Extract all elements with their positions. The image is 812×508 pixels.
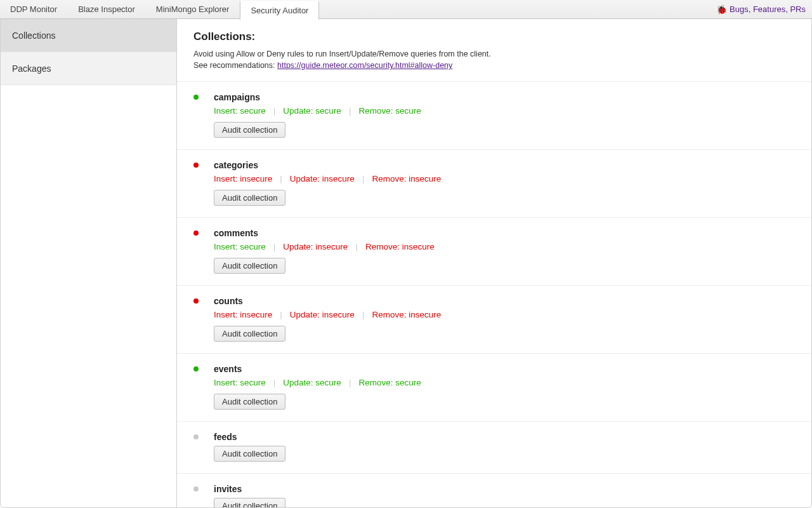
status-dot-icon <box>193 231 199 236</box>
status-separator: | <box>273 378 284 387</box>
collection-insert-status: Insert: insecure <box>214 310 280 319</box>
sidebar: CollectionsPackages <box>1 19 177 507</box>
status-separator: | <box>280 310 290 319</box>
main-panel: Collections: Avoid using Allow or Deny r… <box>177 19 811 507</box>
collection-status-line: Insert: secure|Update: secure|Remove: se… <box>214 378 795 387</box>
app-frame: CollectionsPackages Collections: Avoid u… <box>0 19 812 508</box>
collection-update-status: Update: secure <box>283 378 349 387</box>
top-right-link-area: 🐞 Bugs, Features, PRs <box>716 0 812 18</box>
page-description-prefix: See recommendations: <box>193 61 277 70</box>
collection-status-line: Insert: secure|Update: insecure|Remove: … <box>214 242 795 251</box>
audit-collection-button[interactable]: Audit collection <box>214 122 285 138</box>
status-dot-icon <box>193 434 199 439</box>
top-tab-bar: DDP MonitorBlaze InspectorMiniMongo Expl… <box>0 0 812 19</box>
status-dot-icon <box>193 95 199 100</box>
sidebar-item-collections[interactable]: Collections <box>1 19 176 52</box>
page-description-line2: See recommendations: https://guide.meteo… <box>193 61 795 70</box>
page-description-line1: Avoid using Allow or Deny rules to run I… <box>193 50 795 58</box>
collection-row: categoriesInsert: insecure|Update: insec… <box>177 150 811 218</box>
sidebar-item-packages[interactable]: Packages <box>1 52 176 85</box>
status-separator: | <box>362 174 372 184</box>
collection-status-line: Insert: secure|Update: secure|Remove: se… <box>214 106 795 116</box>
status-separator: | <box>280 174 290 184</box>
collection-name: categories <box>214 160 795 170</box>
collection-status-line: Insert: insecure|Update: insecure|Remove… <box>214 174 795 184</box>
collection-insert-status: Insert: insecure <box>214 174 280 184</box>
collection-remove-status: Remove: insecure <box>365 242 442 251</box>
status-dot-icon <box>193 163 199 168</box>
status-separator: | <box>349 378 359 387</box>
collection-insert-status: Insert: secure <box>214 378 273 387</box>
collection-row: campaignsInsert: secure|Update: secure|R… <box>177 82 811 150</box>
collection-name: feeds <box>214 432 795 442</box>
tab-blaze-inspector[interactable]: Blaze Inspector <box>68 0 146 18</box>
collection-row: countsInsert: insecure|Update: insecure|… <box>177 286 811 354</box>
collection-row: invitesAudit collection <box>177 474 811 507</box>
status-separator: | <box>362 310 372 319</box>
collection-name: comments <box>214 228 795 238</box>
status-separator: | <box>273 106 284 116</box>
status-dot-icon <box>193 486 199 491</box>
audit-collection-button[interactable]: Audit collection <box>214 498 285 507</box>
collection-update-status: Update: secure <box>283 106 349 116</box>
tab-security-auditor[interactable]: Security Auditor <box>240 1 319 20</box>
page-title: Collections: <box>193 30 795 43</box>
collection-remove-status: Remove: secure <box>358 106 428 116</box>
audit-collection-button[interactable]: Audit collection <box>214 190 285 206</box>
collection-name: counts <box>214 296 795 306</box>
collection-insert-status: Insert: secure <box>214 242 273 251</box>
bug-icon: 🐞 <box>716 4 727 15</box>
collection-remove-status: Remove: secure <box>358 378 428 387</box>
tab-minimongo-explorer[interactable]: MiniMongo Explorer <box>146 0 240 18</box>
page-header: Collections: Avoid using Allow or Deny r… <box>177 19 811 82</box>
collection-update-status: Update: insecure <box>290 174 362 184</box>
audit-collection-button[interactable]: Audit collection <box>214 326 285 342</box>
collection-row: eventsInsert: secure|Update: secure|Remo… <box>177 354 811 422</box>
collection-name: events <box>214 364 795 374</box>
collection-row: feedsAudit collection <box>177 422 811 474</box>
collection-remove-status: Remove: insecure <box>372 174 449 184</box>
collection-update-status: Update: insecure <box>283 242 355 251</box>
security-guide-link[interactable]: https://guide.meteor.com/security.html#a… <box>277 61 452 70</box>
audit-collection-button[interactable]: Audit collection <box>214 446 285 462</box>
tab-ddp-monitor[interactable]: DDP Monitor <box>0 0 68 18</box>
status-dot-icon <box>193 366 199 371</box>
collection-status-line: Insert: insecure|Update: insecure|Remove… <box>214 310 795 319</box>
audit-collection-button[interactable]: Audit collection <box>214 394 285 410</box>
status-separator: | <box>355 242 365 251</box>
bugs-features-link[interactable]: Bugs, Features, PRs <box>730 4 806 14</box>
collection-remove-status: Remove: insecure <box>372 310 449 319</box>
status-separator: | <box>349 106 359 116</box>
audit-collection-button[interactable]: Audit collection <box>214 258 285 274</box>
collection-row: commentsInsert: secure|Update: insecure|… <box>177 218 811 286</box>
collection-name: campaigns <box>214 92 795 102</box>
collection-insert-status: Insert: secure <box>214 106 273 116</box>
status-dot-icon <box>193 298 199 304</box>
status-separator: | <box>273 242 284 251</box>
collection-name: invites <box>214 484 795 494</box>
collection-update-status: Update: insecure <box>290 310 362 319</box>
